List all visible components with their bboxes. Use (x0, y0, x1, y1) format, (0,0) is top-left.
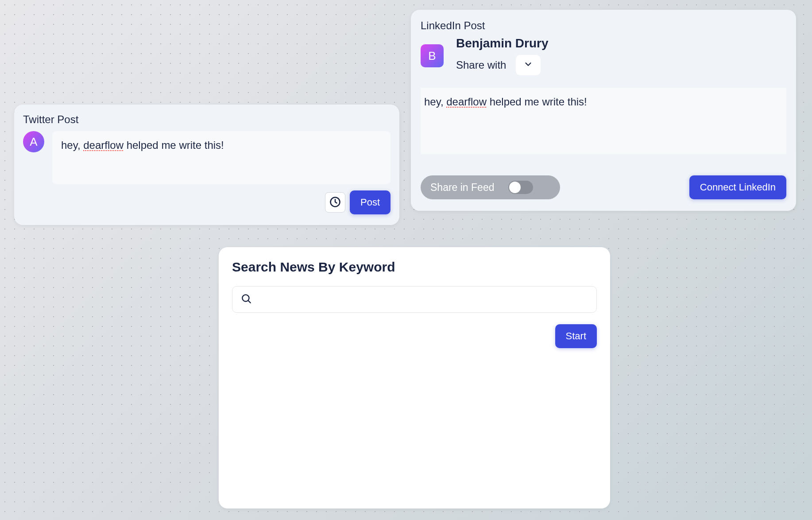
share-with-dropdown[interactable] (516, 55, 541, 75)
linkedin-text-spell: dearflow (446, 96, 487, 108)
share-with-label: Share with (456, 59, 506, 71)
twitter-text-spell: dearflow (83, 139, 124, 151)
search-input[interactable] (257, 294, 588, 305)
linkedin-avatar: B (421, 44, 444, 67)
linkedin-post-card: LinkedIn Post B Benjamin Drury Share wit… (411, 10, 796, 211)
twitter-post-card: Twitter Post A hey, dearflow helped me w… (14, 105, 399, 225)
svg-line-2 (248, 301, 251, 303)
linkedin-text-prefix: hey, (424, 96, 446, 108)
twitter-textarea[interactable]: hey, dearflow helped me write this! (52, 131, 391, 184)
linkedin-text-suffix: helped me write this! (487, 96, 587, 108)
twitter-text-suffix: helped me write this! (124, 139, 224, 151)
chevron-down-icon (523, 59, 533, 71)
linkedin-user-name: Benjamin Drury (456, 36, 549, 50)
search-input-wrapper[interactable] (232, 286, 597, 313)
search-icon (240, 293, 252, 306)
twitter-card-title: Twitter Post (23, 113, 391, 126)
clock-icon (329, 196, 341, 210)
linkedin-textarea[interactable]: hey, dearflow helped me write this! (421, 88, 786, 154)
twitter-post-button[interactable]: Post (350, 190, 391, 214)
connect-linkedin-button[interactable]: Connect LinkedIn (689, 175, 786, 199)
search-card-title: Search News By Keyword (232, 260, 597, 275)
search-start-button[interactable]: Start (555, 324, 597, 348)
search-news-card: Search News By Keyword Start (219, 247, 610, 508)
twitter-avatar: A (23, 131, 44, 152)
schedule-button[interactable] (325, 192, 345, 213)
share-in-feed-label: Share in Feed (430, 182, 494, 194)
twitter-text-prefix: hey, (61, 139, 83, 151)
share-in-feed-toggle[interactable] (508, 181, 533, 194)
share-in-feed-toggle-container: Share in Feed (421, 175, 560, 199)
toggle-thumb (509, 182, 521, 193)
linkedin-card-title: LinkedIn Post (421, 19, 786, 32)
